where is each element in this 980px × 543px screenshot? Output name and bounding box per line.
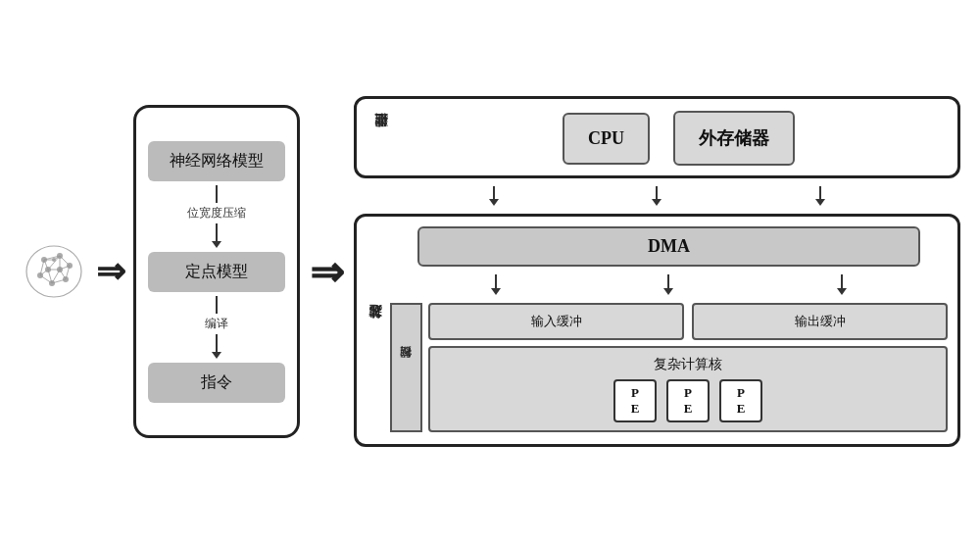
flow-label-compile: 编译 [205, 316, 228, 332]
flow-arrow-1: 位宽度压缩 [187, 185, 246, 248]
flow-label-compress: 位宽度压缩 [187, 205, 246, 222]
dma-box: DMA [417, 226, 919, 267]
instruction-node: 指令 [148, 363, 285, 403]
compute-section: 输入缓冲 输出缓冲 复杂计算核 P [428, 303, 948, 432]
pe-row: P E P E P E [440, 379, 936, 422]
dma-row: DMA [390, 226, 948, 267]
dma-arrow-1 [491, 274, 501, 295]
host-to-accel-arrows [354, 186, 960, 206]
neural-net-node: 神经网络模型 [148, 141, 285, 181]
dma-arrows [390, 274, 948, 295]
compute-core-box: 复杂计算核 P E P E [428, 346, 948, 432]
fixed-point-node: 定点模型 [148, 252, 285, 292]
left-section: ⇒ 神经网络模型 位宽度压缩 定点模型 编译 指令 [20, 105, 300, 438]
svg-line-11 [60, 256, 70, 266]
bottom-area: 控制器 输入缓冲 输出缓冲 [390, 303, 948, 432]
vert-arrow-3 [815, 186, 825, 206]
svg-point-0 [26, 246, 81, 297]
external-memory-chip: 外存储器 [673, 111, 795, 166]
brain-icon [20, 237, 88, 306]
pe-unit-0: P E [613, 379, 657, 422]
host-chips: CPU 外存储器 [416, 111, 942, 166]
vert-arrow-2 [652, 186, 662, 206]
cpu-chip: CPU [563, 113, 650, 165]
right-section: 宿主处理器 CPU 外存储器 [354, 96, 960, 447]
vert-arrow-1 [489, 186, 499, 206]
controller-box: 控制器 [390, 303, 422, 432]
accelerator-chip-box: 加速器芯片 DMA [354, 214, 960, 447]
brain-to-flow-arrow: ⇒ [96, 251, 125, 292]
flow-to-right-arrow: ⇒ [310, 248, 344, 296]
pe-unit-1: P E [666, 379, 710, 422]
host-processor-box: 宿主处理器 CPU 外存储器 [354, 96, 960, 178]
output-buffer-box: 输出缓冲 [692, 303, 948, 340]
buffers-row: 输入缓冲 输出缓冲 [428, 303, 948, 340]
flow-box: 神经网络模型 位宽度压缩 定点模型 编译 指令 [133, 105, 300, 438]
svg-line-22 [60, 270, 66, 279]
dma-arrow-3 [837, 274, 847, 295]
compute-core-label: 复杂计算核 [440, 356, 936, 373]
accel-inner: DMA [390, 226, 948, 432]
diagram-container: ⇒ 神经网络模型 位宽度压缩 定点模型 编译 指令 [20, 17, 960, 526]
dma-arrow-2 [663, 274, 673, 295]
flow-arrow-2: 编译 [205, 296, 228, 359]
input-buffer-box: 输入缓冲 [428, 303, 684, 340]
pe-unit-2: P E [719, 379, 762, 422]
